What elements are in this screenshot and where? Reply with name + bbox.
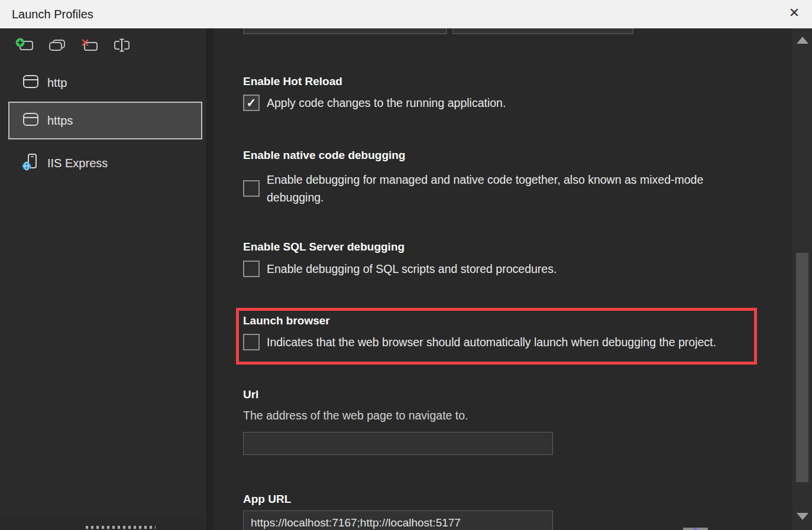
delete-profile-button[interactable] bbox=[79, 37, 99, 53]
sql-debug-row: Enable debugging of SQL scripts and stor… bbox=[243, 260, 557, 278]
close-icon: ✕ bbox=[789, 5, 800, 20]
launch-browser-checkbox[interactable] bbox=[243, 334, 260, 350]
app-url-input[interactable] bbox=[243, 511, 553, 530]
sql-debug-checkbox[interactable] bbox=[243, 261, 260, 277]
rename-profile-button[interactable] bbox=[112, 37, 132, 53]
profiles-toolbar bbox=[0, 28, 206, 53]
scrollbar-thumb[interactable] bbox=[796, 253, 808, 482]
url-input[interactable] bbox=[243, 432, 553, 455]
profile-label: https bbox=[47, 114, 73, 128]
native-debug-label: Enable debugging for managed and native … bbox=[267, 171, 752, 206]
iis-express-icon bbox=[21, 153, 39, 174]
browser-profile-icon bbox=[22, 73, 39, 93]
hot-reload-checkbox[interactable]: ✓ bbox=[243, 95, 260, 111]
close-button[interactable]: ✕ bbox=[781, 0, 807, 26]
scroll-down-icon[interactable] bbox=[797, 513, 808, 520]
hot-reload-row: ✓ Apply code changes to the running appl… bbox=[243, 94, 506, 112]
hot-reload-heading: Enable Hot Reload bbox=[243, 74, 342, 89]
app-url-heading: App URL bbox=[243, 492, 291, 506]
native-debug-heading: Enable native code debugging bbox=[243, 148, 405, 162]
clipped-text-fragment bbox=[86, 526, 156, 529]
launch-browser-row: Indicates that the web browser should au… bbox=[243, 333, 716, 351]
rename-profile-icon bbox=[112, 37, 132, 53]
new-profile-icon bbox=[14, 37, 34, 53]
profile-item-http[interactable]: http bbox=[22, 70, 67, 96]
duplicate-profile-button[interactable] bbox=[47, 37, 67, 53]
profile-item-https-selected[interactable]: https bbox=[8, 102, 202, 139]
hot-reload-label: Apply code changes to the running applic… bbox=[267, 94, 506, 112]
profile-label: http bbox=[47, 76, 67, 90]
scroll-up-icon[interactable] bbox=[797, 37, 808, 44]
sidebar-divider bbox=[206, 28, 213, 530]
vertical-scrollbar[interactable] bbox=[792, 28, 812, 530]
duplicate-profile-icon bbox=[47, 37, 67, 53]
dialog-title: Launch Profiles bbox=[12, 8, 93, 21]
launch-browser-label: Indicates that the web browser should au… bbox=[267, 333, 716, 351]
sql-debug-heading: Enable SQL Server debugging bbox=[243, 240, 405, 254]
titlebar: Launch Profiles ✕ bbox=[0, 0, 812, 28]
check-icon: ✓ bbox=[247, 96, 257, 110]
delete-profile-icon bbox=[79, 37, 99, 53]
launch-profiles-dialog: Launch Profiles ✕ bbox=[0, 0, 812, 530]
launch-browser-heading: Launch browser bbox=[243, 314, 330, 328]
url-description: The address of the web page to navigate … bbox=[243, 409, 468, 422]
profiles-sidebar: http https bbox=[0, 28, 206, 519]
url-heading: Url bbox=[243, 388, 258, 402]
sql-debug-label: Enable debugging of SQL scripts and stor… bbox=[267, 260, 557, 278]
new-profile-button[interactable] bbox=[14, 37, 34, 53]
profile-label: IIS Express bbox=[47, 157, 108, 170]
native-debug-row: Enable debugging for managed and native … bbox=[243, 171, 752, 206]
native-debug-checkbox[interactable] bbox=[243, 180, 260, 197]
profile-item-iis-express[interactable]: IIS Express bbox=[21, 149, 108, 177]
clipped-element bbox=[683, 528, 708, 530]
browser-profile-icon bbox=[22, 111, 39, 131]
